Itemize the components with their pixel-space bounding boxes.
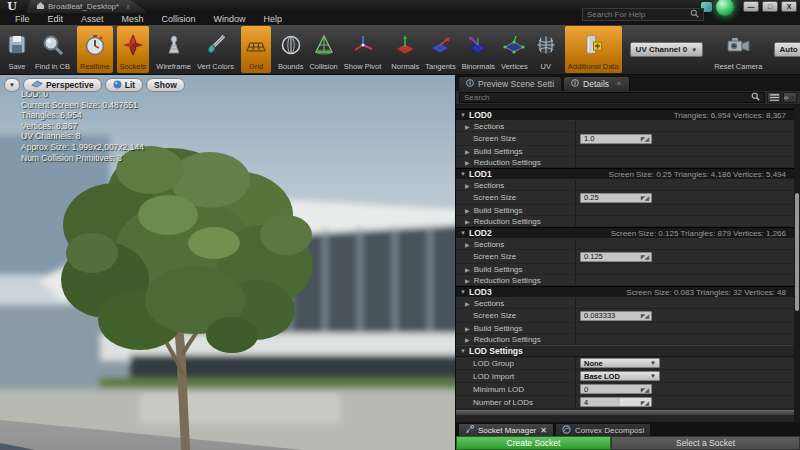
numeric-input[interactable]: 0.125◤◢ (580, 252, 652, 262)
toolbar-button-vert-colors[interactable]: Vert Colors (194, 26, 237, 73)
property-label: Sections (474, 122, 505, 131)
uv-channel-dropdown[interactable]: UV Channel 0▼ (630, 42, 704, 57)
details-search-input[interactable]: Search (459, 92, 765, 103)
toolbar-button-collision[interactable]: Collision (306, 26, 340, 73)
launcher-orb-icon[interactable] (716, 0, 734, 16)
property-label-cell: ▶Build Settings (456, 146, 576, 156)
display-filter-eye-button[interactable]: ▼ (783, 92, 797, 103)
toolbar-button-realtime[interactable]: Realtime (77, 26, 113, 73)
section-header-lod3[interactable]: ▼LOD3Screen Size: 0.083 Triangles: 32 Ve… (456, 286, 794, 298)
viewport-options-button[interactable]: ▼ (4, 78, 20, 92)
toolbar-button-grid[interactable]: Grid (241, 26, 271, 73)
numeric-input[interactable]: 0.083333◤◢ (580, 311, 652, 321)
spinner-arrows-icon[interactable]: ◤◢ (641, 386, 648, 393)
maximize-button[interactable]: □ (762, 1, 778, 12)
menu-help[interactable]: Help (255, 14, 292, 24)
section-header-lod-settings[interactable]: ▼LOD Settings (456, 345, 794, 357)
tab-details[interactable]: Details ✕ (563, 76, 630, 91)
lit-mode-button[interactable]: Lit (105, 78, 143, 92)
toolbar-button-binormals[interactable]: Binormals (459, 26, 498, 73)
toolbar-button-sockets[interactable]: Sockets (117, 26, 150, 73)
toolbar-button-vertices[interactable]: Vertices (498, 26, 531, 73)
row-minimum-lod: Minimum LOD0◤◢ (456, 383, 794, 396)
property-matrix-button[interactable] (767, 92, 781, 103)
toolbar-button-normals[interactable]: Normals (388, 26, 422, 73)
numeric-input[interactable]: 4◤◢ (580, 397, 652, 407)
expander-arrow-icon[interactable]: ▶ (465, 218, 470, 225)
expander-arrow-icon[interactable]: ▶ (465, 300, 470, 307)
property-value-cell (576, 121, 794, 131)
menu-edit[interactable]: Edit (39, 14, 73, 24)
asset-tab-title: Broadleaf_Desktop* (48, 2, 119, 11)
numeric-input[interactable]: 0.25◤◢ (580, 193, 652, 203)
row-reduction-settings: ▶Reduction Settings (456, 275, 794, 286)
toolbar-button-show-pivot[interactable]: Show Pivot (341, 26, 385, 73)
close-icon[interactable]: ✕ (616, 80, 622, 88)
spinner-arrows-icon[interactable]: ◤◢ (641, 194, 648, 201)
property-value-cell: 0.125◤◢ (576, 250, 794, 263)
horizontal-scrollbar[interactable] (456, 410, 794, 415)
expander-arrow-icon[interactable]: ▶ (465, 325, 470, 332)
toolbar-button-save[interactable]: Save (2, 26, 32, 73)
numeric-input[interactable]: 1.0◤◢ (580, 134, 652, 144)
spinner-arrows-icon[interactable]: ◤◢ (641, 399, 648, 406)
perspective-button[interactable]: Perspective (23, 78, 102, 92)
property-value-cell: None▼ (576, 357, 794, 369)
toolbar-button-bounds[interactable]: Bounds (275, 26, 306, 73)
scrollbar-thumb[interactable] (795, 193, 799, 311)
spinner-arrows-icon[interactable]: ◤◢ (641, 312, 648, 319)
asset-tab[interactable]: Broadleaf_Desktop* x (26, 0, 148, 13)
help-search-input[interactable]: Search For Help (582, 8, 704, 21)
expander-arrow-icon[interactable]: ▶ (465, 207, 470, 214)
viewport[interactable]: ▼ Perspective Lit Show LOD: 0Current Scr… (0, 75, 455, 450)
property-label: Sections (474, 240, 505, 249)
expanded-arrow-icon[interactable]: ▼ (460, 289, 466, 295)
toolbar-button-wireframe[interactable]: Wireframe (153, 26, 194, 73)
tab-socket-manager[interactable]: Socket Manager ✕ (458, 423, 554, 436)
toolbar-button-label: Wireframe (156, 62, 191, 71)
numeric-input[interactable]: 0◤◢ (580, 384, 652, 394)
menu-asset[interactable]: Asset (72, 14, 113, 24)
reset-camera-button[interactable]: Reset Camera (711, 26, 765, 73)
tab-convex-decomposition[interactable]: Convex Decomposi (555, 423, 651, 436)
spinner-arrows-icon[interactable]: ◤◢ (641, 135, 648, 142)
expander-arrow-icon[interactable]: ▶ (465, 182, 470, 189)
expander-arrow-icon[interactable]: ▶ (465, 241, 470, 248)
close-icon[interactable]: ✕ (540, 426, 547, 435)
expander-arrow-icon[interactable]: ▶ (465, 148, 470, 155)
menu-file[interactable]: File (6, 14, 39, 24)
section-header-lod2[interactable]: ▼LOD2Screen Size: 0.125 Triangles: 879 V… (456, 227, 794, 239)
toolbar-button-tangents[interactable]: Tangents (422, 26, 458, 73)
show-menu-button[interactable]: Show (146, 78, 185, 92)
close-icon[interactable]: x (126, 3, 130, 10)
dropdown-lod-group[interactable]: None▼ (580, 358, 660, 368)
close-window-button[interactable]: X (781, 1, 797, 12)
dropdown-lod-import[interactable]: Base LOD▼ (580, 371, 660, 381)
section-header-lod0[interactable]: ▼LOD0Triangles: 6,954 Vertices: 8,367 (456, 109, 794, 121)
expanded-arrow-icon[interactable]: ▼ (460, 230, 466, 236)
expanded-arrow-icon[interactable]: ▼ (460, 171, 466, 177)
toolbar-button-find-in-cb[interactable]: Find in CB (32, 26, 73, 73)
expanded-arrow-icon[interactable]: ▼ (460, 112, 466, 118)
lit-label: Lit (125, 80, 135, 90)
menu-window[interactable]: Window (205, 14, 255, 24)
numeric-input-value: 0 (584, 385, 588, 394)
spinner-arrows-icon[interactable]: ◤◢ (641, 253, 648, 260)
property-label: Reduction Settings (474, 217, 541, 226)
tab-preview-scene-settings[interactable]: Preview Scene Setti (458, 76, 562, 91)
create-socket-button[interactable]: Create Socket (456, 436, 611, 450)
expanded-arrow-icon[interactable]: ▼ (460, 348, 466, 354)
minimize-button[interactable]: — (743, 1, 759, 12)
auto-lod-dropdown[interactable]: Auto LOD▼ (774, 42, 800, 57)
section-header-lod1[interactable]: ▼LOD1Screen Size: 0.25 Triangles: 4,186 … (456, 168, 794, 180)
menu-collision[interactable]: Collision (153, 14, 205, 24)
toolbar-button-additional-data[interactable]: Additional Data (565, 26, 622, 73)
expander-arrow-icon[interactable]: ▶ (465, 159, 470, 166)
details-scrollbar[interactable] (794, 105, 800, 422)
expander-arrow-icon[interactable]: ▶ (465, 277, 470, 284)
toolbar-button-uv[interactable]: UV (531, 26, 561, 73)
expander-arrow-icon[interactable]: ▶ (465, 266, 470, 273)
expander-arrow-icon[interactable]: ▶ (465, 336, 470, 343)
expander-arrow-icon[interactable]: ▶ (465, 123, 470, 130)
menu-mesh[interactable]: Mesh (113, 14, 153, 24)
